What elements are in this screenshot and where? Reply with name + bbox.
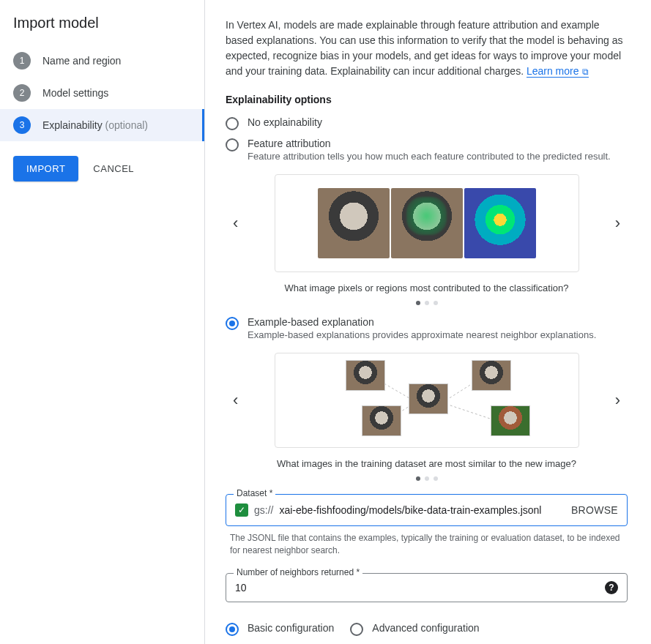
step-number: 1 (13, 52, 31, 70)
option-basic-config[interactable]: Basic configuration (226, 618, 334, 640)
dot[interactable] (425, 301, 429, 305)
option-advanced-config[interactable]: Advanced configuration (350, 618, 479, 640)
neighbors-field[interactable]: Number of neighbors returned * ? (226, 573, 628, 602)
radio-icon[interactable] (226, 317, 239, 330)
dot[interactable] (416, 476, 420, 481)
field-label: Dataset * (234, 488, 275, 498)
learn-more-link[interactable]: Learn more⧉ (527, 65, 589, 78)
step-model-settings[interactable]: 2 Model settings (0, 77, 204, 109)
option-feature-attribution[interactable]: Feature attribution Feature attribution … (226, 134, 628, 165)
dot[interactable] (416, 301, 420, 305)
radio-icon[interactable] (226, 117, 239, 130)
carousel-dots (226, 476, 628, 481)
step-name-region[interactable]: 1 Name and region (0, 45, 204, 77)
radio-icon[interactable] (226, 138, 239, 151)
chevron-right-icon[interactable]: › (609, 385, 626, 416)
neighbor-thumb (472, 360, 511, 391)
dot[interactable] (425, 476, 429, 481)
gs-prefix: gs:// (254, 504, 273, 516)
neighbor-thumb (491, 405, 530, 436)
radio-icon[interactable] (226, 623, 239, 636)
dot[interactable] (434, 476, 438, 481)
step-label: Name and region (42, 55, 121, 67)
chevron-right-icon[interactable]: › (609, 208, 626, 239)
dataset-input[interactable] (279, 504, 565, 516)
browse-button[interactable]: BROWSE (571, 504, 618, 516)
carousel-card (275, 353, 579, 448)
dataset-helper: The JSONL file that contains the example… (230, 532, 623, 557)
neighbor-thumb (362, 405, 401, 436)
query-thumb (409, 383, 448, 414)
radio-icon[interactable] (350, 623, 363, 636)
check-icon: ✓ (235, 503, 248, 517)
sidebar-actions: IMPORT CANCEL (0, 141, 204, 196)
cancel-button[interactable]: CANCEL (93, 163, 134, 174)
step-number: 3 (13, 116, 31, 134)
carousel-card (275, 174, 579, 272)
example-caption: What images in the training dataset are … (226, 458, 628, 469)
chevron-left-icon[interactable]: ‹ (227, 208, 244, 239)
main-content: In Vertex AI, models are made explainabl… (205, 0, 651, 644)
page-title: Import model (0, 15, 204, 45)
feature-carousel: ‹ › (226, 174, 628, 272)
step-label: Model settings (42, 87, 108, 99)
external-link-icon: ⧉ (582, 65, 589, 78)
feature-caption: What image pixels or regions most contri… (226, 282, 628, 293)
neighbor-thumb (346, 360, 385, 391)
dataset-field[interactable]: Dataset * ✓ gs:// BROWSE (226, 494, 628, 526)
step-optional: (optional) (105, 119, 148, 131)
neighbors-input[interactable] (235, 582, 605, 594)
sample-image-heatmap (464, 188, 536, 258)
step-label: Explainability (optional) (42, 119, 148, 131)
option-no-explainability[interactable]: No explainability (226, 113, 628, 134)
example-carousel: ‹ › (226, 353, 628, 448)
option-example-based[interactable]: Example-based explanation Example-based … (226, 312, 628, 344)
field-label: Number of neighbors returned * (234, 567, 362, 577)
neighbor-graph (289, 360, 565, 441)
intro-text: In Vertex AI, models are made explainabl… (226, 18, 628, 79)
config-row: Basic configuration Advanced configurati… (226, 618, 628, 640)
sample-image-original (318, 188, 390, 258)
help-icon[interactable]: ? (605, 581, 618, 594)
section-title: Explainability options (226, 94, 628, 105)
sample-image-attribution (391, 188, 463, 258)
chevron-left-icon[interactable]: ‹ (227, 385, 244, 416)
dot[interactable] (434, 301, 438, 305)
step-explainability[interactable]: 3 Explainability (optional) (0, 109, 204, 141)
sidebar: Import model 1 Name and region 2 Model s… (0, 0, 205, 644)
step-number: 2 (13, 84, 31, 102)
carousel-dots (226, 301, 628, 305)
import-button[interactable]: IMPORT (13, 156, 78, 181)
